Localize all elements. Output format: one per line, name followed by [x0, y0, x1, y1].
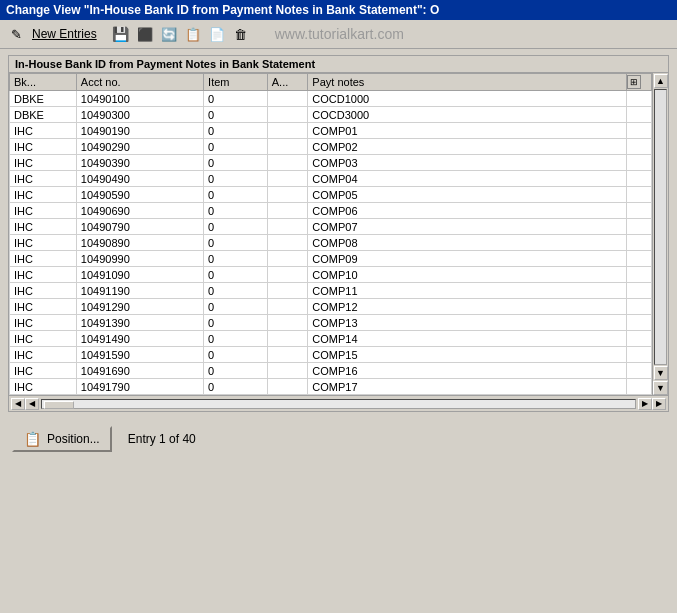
- cell-payt: COMP17: [308, 379, 626, 395]
- cell-item: 0: [204, 91, 268, 107]
- table-row[interactable]: IHC104915900COMP15: [10, 347, 652, 363]
- cell-a: [267, 251, 308, 267]
- col-header-payt[interactable]: Payt notes: [308, 74, 626, 91]
- cell-empty: [626, 155, 651, 171]
- cell-bk: IHC: [10, 155, 77, 171]
- hscroll-left-button[interactable]: ◀: [11, 398, 25, 410]
- cell-a: [267, 219, 308, 235]
- title-bar: Change View "In-House Bank ID from Payme…: [0, 0, 677, 20]
- cell-empty: [626, 91, 651, 107]
- scroll-down-button[interactable]: ▼: [654, 366, 668, 380]
- cell-item: 0: [204, 347, 268, 363]
- table-row[interactable]: IHC104901900COMP01: [10, 123, 652, 139]
- cell-acct: 10490100: [76, 91, 203, 107]
- table-row[interactable]: IHC104909900COMP09: [10, 251, 652, 267]
- new-entries-label[interactable]: New Entries: [32, 27, 97, 41]
- cell-acct: 10491190: [76, 283, 203, 299]
- footer-bar: 📋 Position... Entry 1 of 40: [0, 418, 677, 460]
- cell-acct: 10490190: [76, 123, 203, 139]
- cell-empty: [626, 251, 651, 267]
- cell-payt: COMP06: [308, 203, 626, 219]
- save-icon[interactable]: 💾: [111, 24, 131, 44]
- cell-acct: 10490890: [76, 235, 203, 251]
- cell-payt: COCD1000: [308, 91, 626, 107]
- table-row[interactable]: IHC104913900COMP13: [10, 315, 652, 331]
- new-entries-icon[interactable]: ✎: [6, 24, 26, 44]
- table-row[interactable]: IHC104908900COMP08: [10, 235, 652, 251]
- cell-item: 0: [204, 267, 268, 283]
- delete2-icon[interactable]: 🗑: [231, 24, 251, 44]
- table-row[interactable]: IHC104907900COMP07: [10, 219, 652, 235]
- cell-bk: IHC: [10, 299, 77, 315]
- cell-empty: [626, 171, 651, 187]
- table-row[interactable]: IHC104912900COMP12: [10, 299, 652, 315]
- table-row[interactable]: IHC104902900COMP02: [10, 139, 652, 155]
- cell-empty: [626, 235, 651, 251]
- main-content: In-House Bank ID from Payment Notes in B…: [0, 49, 677, 418]
- cell-payt: COMP12: [308, 299, 626, 315]
- group-box: In-House Bank ID from Payment Notes in B…: [8, 55, 669, 412]
- table-row[interactable]: IHC104911900COMP11: [10, 283, 652, 299]
- cell-acct: 10490590: [76, 187, 203, 203]
- cell-item: 0: [204, 315, 268, 331]
- toolbar: ✎ New Entries 💾 ⬛ 🔄 📋 📄 🗑 www.tutorialka…: [0, 20, 677, 49]
- paste-icon[interactable]: 📄: [207, 24, 227, 44]
- cell-a: [267, 235, 308, 251]
- cell-payt: COMP01: [308, 123, 626, 139]
- cell-a: [267, 283, 308, 299]
- table-row[interactable]: IHC104903900COMP03: [10, 155, 652, 171]
- position-button[interactable]: 📋 Position...: [12, 426, 112, 452]
- cell-empty: [626, 203, 651, 219]
- cell-item: 0: [204, 379, 268, 395]
- cell-item: 0: [204, 331, 268, 347]
- hscroll-right2-button[interactable]: ▶: [652, 398, 666, 410]
- cell-empty: [626, 347, 651, 363]
- scroll-extra-down[interactable]: ▼: [653, 381, 668, 395]
- cell-bk: IHC: [10, 363, 77, 379]
- copy2-icon[interactable]: 📋: [183, 24, 203, 44]
- right-scrollbar: ▲ ▼ ▼: [652, 73, 668, 395]
- table-row[interactable]: IHC104917900COMP17: [10, 379, 652, 395]
- hscroll-track[interactable]: [41, 399, 636, 409]
- cell-item: 0: [204, 203, 268, 219]
- cell-bk: IHC: [10, 187, 77, 203]
- table-row[interactable]: IHC104910900COMP10: [10, 267, 652, 283]
- cell-a: [267, 331, 308, 347]
- cell-empty: [626, 187, 651, 203]
- cell-empty: [626, 219, 651, 235]
- col-header-acct[interactable]: Acct no.: [76, 74, 203, 91]
- cell-acct: 10491590: [76, 347, 203, 363]
- col-header-resize[interactable]: ⊞: [626, 74, 651, 91]
- cell-bk: IHC: [10, 171, 77, 187]
- cell-empty: [626, 267, 651, 283]
- cell-acct: 10491290: [76, 299, 203, 315]
- col-header-a[interactable]: A...: [267, 74, 308, 91]
- table-row[interactable]: DBKE104901000COCD1000: [10, 91, 652, 107]
- table-row[interactable]: IHC104916900COMP16: [10, 363, 652, 379]
- cell-bk: IHC: [10, 347, 77, 363]
- table-row[interactable]: IHC104905900COMP05: [10, 187, 652, 203]
- cell-payt: COMP08: [308, 235, 626, 251]
- cell-payt: COMP09: [308, 251, 626, 267]
- scroll-up-button[interactable]: ▲: [654, 74, 668, 88]
- hscroll-left2-button[interactable]: ◀: [25, 398, 39, 410]
- table-row[interactable]: DBKE104903000COCD3000: [10, 107, 652, 123]
- watermark-text: www.tutorialkart.com: [275, 26, 404, 42]
- cell-bk: IHC: [10, 139, 77, 155]
- cell-empty: [626, 363, 651, 379]
- cell-empty: [626, 283, 651, 299]
- table-row[interactable]: IHC104906900COMP06: [10, 203, 652, 219]
- scroll-track[interactable]: [654, 89, 667, 365]
- col-header-bk[interactable]: Bk...: [10, 74, 77, 91]
- cell-a: [267, 267, 308, 283]
- table-row[interactable]: IHC104914900COMP14: [10, 331, 652, 347]
- table-row[interactable]: IHC104904900COMP04: [10, 171, 652, 187]
- undo-icon[interactable]: 🔄: [159, 24, 179, 44]
- cell-acct: 10490690: [76, 203, 203, 219]
- cell-item: 0: [204, 187, 268, 203]
- hscroll-right-button[interactable]: ▶: [638, 398, 652, 410]
- cell-empty: [626, 107, 651, 123]
- cell-payt: COMP13: [308, 315, 626, 331]
- table2-icon[interactable]: ⬛: [135, 24, 155, 44]
- col-header-item[interactable]: Item: [204, 74, 268, 91]
